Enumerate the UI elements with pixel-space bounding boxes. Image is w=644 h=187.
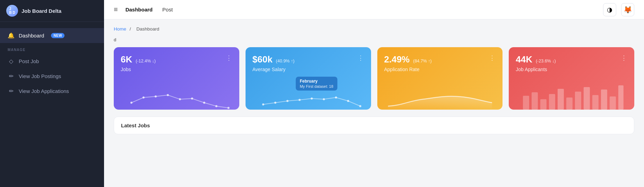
stat-header-row: 44K (-23.6% ↓) [516, 54, 556, 65]
section-label: d [114, 37, 634, 42]
svg-rect-23 [566, 97, 573, 110]
stat-label: Application Rate [384, 67, 432, 72]
svg-rect-18 [523, 96, 529, 110]
stat-label: Average Salary [252, 67, 294, 72]
svg-rect-24 [575, 92, 581, 110]
svg-rect-21 [549, 94, 555, 110]
stat-change: (-23.6% ↓) [536, 59, 556, 63]
stat-value: $60k [252, 54, 273, 65]
svg-point-4 [179, 98, 181, 100]
svg-point-12 [299, 99, 301, 101]
sidebar-item-post-job[interactable]: ◇ Post Job [0, 54, 104, 69]
sidebar-header: JB D Job Board Delta [0, 0, 104, 22]
stat-change: (40.9% ↑) [276, 59, 295, 63]
main-content: ≡ Dashboard Post ◑ 🦊 Home / Dashboard d [104, 0, 644, 187]
stat-info: 44K (-23.6% ↓) Job Applicants [516, 54, 556, 72]
content-area: Home / Dashboard d 6K (-12.4% ↓) Jobs [104, 19, 644, 187]
svg-rect-27 [601, 90, 607, 110]
svg-point-2 [155, 95, 157, 97]
stat-card-top: $60k (40.9% ↑) Average Salary ⋮ [252, 54, 364, 72]
avatar: JB D [6, 5, 18, 17]
stat-header-row: $60k (40.9% ↑) [252, 54, 294, 65]
sidebar-item-label: View Job Applications [19, 88, 69, 94]
svg-point-6 [203, 102, 205, 104]
sidebar-item-label: Dashboard [19, 33, 44, 39]
latest-jobs-section: Latest Jobs [114, 117, 634, 134]
svg-rect-29 [618, 85, 624, 110]
stat-value: 6K [121, 54, 132, 65]
svg-rect-19 [532, 92, 538, 110]
stat-menu-icon[interactable]: ⋮ [226, 54, 232, 62]
sidebar: JB D Job Board Delta 🔔 Dashboard NEW MAN… [0, 0, 104, 187]
sidebar-item-view-postings[interactable]: ✏ View Job Postings [0, 69, 104, 84]
view-postings-icon: ✏ [8, 73, 15, 79]
stats-grid: 6K (-12.4% ↓) Jobs ⋮ [114, 47, 634, 110]
svg-rect-28 [610, 96, 616, 110]
sidebar-item-label: Post Job [19, 58, 39, 64]
stat-card-salary: $60k (40.9% ↑) Average Salary ⋮ [246, 47, 371, 110]
svg-point-5 [191, 97, 193, 100]
breadcrumb-home[interactable]: Home [114, 26, 126, 32]
svg-point-8 [227, 107, 230, 109]
stat-card-applicants: 44K (-23.6% ↓) Job Applicants ⋮ [509, 47, 634, 110]
stat-card-app-rate: 2.49% (84.7% ↑) Application Rate ⋮ [377, 47, 503, 110]
stat-menu-icon[interactable]: ⋮ [621, 54, 627, 62]
svg-point-11 [286, 100, 289, 102]
svg-point-10 [274, 102, 276, 104]
card-chart [121, 76, 232, 110]
svg-point-7 [215, 105, 217, 107]
sidebar-item-label: View Job Postings [19, 73, 61, 79]
stat-info: 6K (-12.4% ↓) Jobs [121, 54, 156, 72]
card-chart [384, 76, 496, 110]
sidebar-item-view-applications[interactable]: ✏ View Job Applications [0, 84, 104, 99]
topbar-left: ≡ Dashboard Post [114, 6, 173, 14]
topbar: ≡ Dashboard Post ◑ 🦊 [104, 0, 644, 19]
post-job-icon: ◇ [8, 58, 15, 65]
sidebar-item-dashboard[interactable]: 🔔 Dashboard NEW [0, 28, 104, 43]
theme-icon: ◑ [607, 6, 612, 14]
svg-rect-25 [584, 87, 590, 110]
stat-header-row: 2.49% (84.7% ↑) [384, 54, 432, 65]
dashboard-icon: 🔔 [8, 32, 15, 39]
app-title: Job Board Delta [22, 8, 61, 14]
stat-info: 2.49% (84.7% ↑) Application Rate [384, 54, 432, 72]
svg-point-9 [262, 103, 264, 105]
stat-value: 2.49% [384, 54, 410, 65]
stat-menu-icon[interactable]: ⋮ [489, 54, 496, 62]
svg-rect-26 [592, 95, 599, 110]
topbar-nav-dashboard[interactable]: Dashboard [126, 7, 153, 12]
line-chart-svg [121, 82, 232, 110]
stat-card-top: 2.49% (84.7% ↑) Application Rate ⋮ [384, 54, 496, 72]
topbar-nav-post[interactable]: Post [162, 7, 173, 12]
topbar-nav: Dashboard Post [126, 7, 173, 12]
area-chart-svg [384, 82, 496, 110]
card-chart: February My First dataset: 18 [252, 76, 364, 110]
card-chart [516, 76, 627, 110]
svg-point-16 [347, 100, 349, 102]
manage-section-label: MANAGE [0, 43, 104, 54]
svg-point-13 [311, 97, 313, 100]
stat-card-jobs: 6K (-12.4% ↓) Jobs ⋮ [114, 47, 239, 110]
avatar-initials: JB D [9, 7, 15, 15]
svg-point-14 [323, 98, 325, 100]
stat-change: (84.7% ↑) [413, 59, 432, 63]
stat-menu-icon[interactable]: ⋮ [358, 54, 364, 62]
stat-card-top: 44K (-23.6% ↓) Job Applicants ⋮ [516, 54, 627, 72]
breadcrumb-separator: / [130, 26, 132, 32]
stat-label: Job Applicants [516, 67, 556, 72]
svg-point-1 [143, 96, 145, 99]
svg-point-3 [167, 94, 169, 96]
topbar-right: ◑ 🦊 [603, 3, 634, 16]
bar-chart-svg [516, 82, 627, 110]
stat-value: 44K [516, 54, 532, 65]
stat-card-top: 6K (-12.4% ↓) Jobs ⋮ [121, 54, 232, 72]
hamburger-icon[interactable]: ≡ [114, 6, 118, 14]
svg-rect-22 [558, 89, 564, 110]
stat-label: Jobs [121, 67, 156, 72]
sidebar-nav: 🔔 Dashboard NEW MANAGE ◇ Post Job ✏ View… [0, 22, 104, 187]
view-applications-icon: ✏ [8, 88, 15, 94]
stat-header-row: 6K (-12.4% ↓) [121, 54, 156, 65]
svg-point-15 [335, 96, 337, 99]
theme-toggle-button[interactable]: ◑ [603, 3, 616, 16]
user-avatar-button[interactable]: 🦊 [621, 3, 634, 16]
